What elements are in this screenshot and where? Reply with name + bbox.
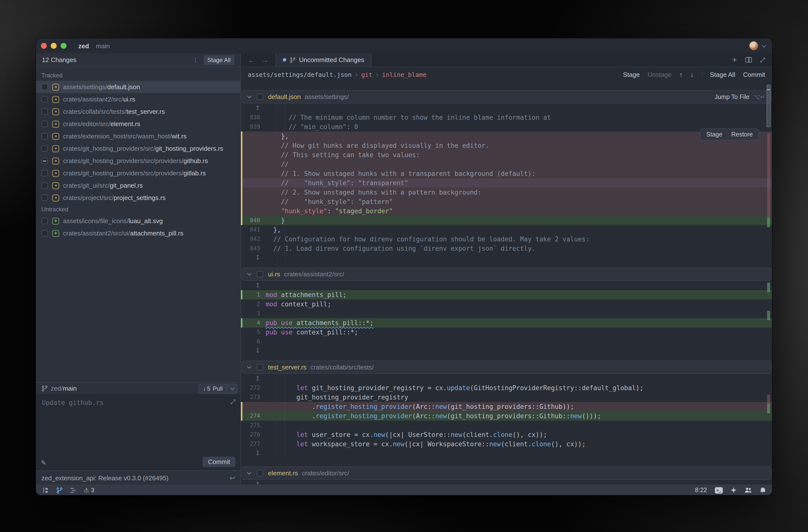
- file-checkbox[interactable]: [41, 84, 48, 90]
- diagnostics-indicator[interactable]: ⚠ 3: [84, 487, 94, 494]
- code-line[interactable]: 839 // "min_column": 0: [241, 122, 772, 131]
- chevron-down-icon[interactable]: [247, 365, 252, 369]
- code-line[interactable]: 275: [241, 421, 772, 430]
- expand-hunk-button[interactable]: ↥: [241, 104, 772, 113]
- file-row[interactable]: crates/git_hosting_providers/src/provide…: [36, 155, 240, 167]
- hunk-stage-button[interactable]: Stage: [706, 131, 722, 138]
- expand-hunk-button[interactable]: ↥: [241, 281, 772, 290]
- file-checkbox[interactable]: [257, 364, 263, 370]
- code-line[interactable]: 276 let user_store = cx.new(|cx| UserSto…: [241, 430, 772, 439]
- code-line[interactable]: 272 let git_hosting_provider_registry = …: [241, 383, 772, 392]
- code-line[interactable]: 4pub use attachments_pill::*;: [241, 318, 772, 328]
- code-line[interactable]: 840 }: [241, 216, 772, 225]
- commit-message-editor[interactable]: Update github.rs ⤢ ✎ Commit: [36, 394, 240, 471]
- file-row[interactable]: crates/assistant2/src/ui.rs: [36, 93, 240, 105]
- undo-commit-icon[interactable]: ↩: [229, 474, 235, 481]
- file-row[interactable]: +assets/icons/file_icons/luau_alt.svg: [36, 215, 240, 227]
- prev-hunk-icon[interactable]: ↑: [679, 71, 683, 78]
- diff-file-header[interactable]: test_server.rs crates/collab/src/tests/: [241, 361, 772, 374]
- branch-name[interactable]: main: [63, 385, 77, 392]
- file-row[interactable]: crates/git_hosting_providers/src/git_hos…: [36, 142, 240, 155]
- toolbar-stage-all-button[interactable]: Stage All: [710, 71, 735, 78]
- expand-hunk-button[interactable]: ↥: [241, 374, 772, 383]
- assistant-sparkle-icon[interactable]: [731, 487, 737, 493]
- file-row[interactable]: +crates/assistant2/src/ui/attachments_pi…: [36, 227, 240, 239]
- code-line[interactable]: // 1. Show unstaged hunks with a transpa…: [241, 169, 772, 178]
- more-menu-icon[interactable]: ⋮: [192, 56, 198, 63]
- diff-file-header[interactable]: default.json assets/settings/ Jump To Fi…: [241, 90, 772, 104]
- code-line[interactable]: "hunk_style": "staged_border": [241, 206, 772, 216]
- next-hunk-icon[interactable]: ↓: [691, 71, 694, 78]
- code-line[interactable]: },: [241, 131, 772, 141]
- file-row[interactable]: crates/extension_host/src/wasm_host/wit.…: [36, 130, 240, 142]
- commit-button[interactable]: Commit: [202, 457, 236, 467]
- navigate-back-icon[interactable]: ←: [248, 56, 255, 64]
- code-line[interactable]: 3: [241, 309, 772, 318]
- chevron-down-icon[interactable]: [247, 471, 252, 475]
- file-checkbox[interactable]: [41, 96, 48, 103]
- chevron-down-icon[interactable]: [247, 94, 252, 98]
- diff-editor[interactable]: default.json assets/settings/ Jump To Fi…: [241, 82, 772, 485]
- expand-commit-editor-icon[interactable]: ⤢: [230, 398, 236, 406]
- breadcrumb[interactable]: assets/settings/default.json›git›inline_…: [248, 71, 426, 78]
- code-line[interactable]: 5pub use context_pill::*;: [241, 328, 772, 337]
- file-checkbox[interactable]: [41, 108, 48, 115]
- unstage-button[interactable]: Unstage: [648, 71, 672, 78]
- code-line[interactable]: 273 git_hosting_provider_registry: [241, 392, 772, 402]
- jump-to-file-button[interactable]: Jump To File: [715, 93, 749, 100]
- git-panel-toggle-icon[interactable]: [56, 487, 62, 493]
- toolbar-commit-button[interactable]: Commit: [743, 71, 765, 78]
- file-checkbox[interactable]: [41, 145, 48, 152]
- user-avatar[interactable]: [749, 41, 758, 50]
- file-row[interactable]: crates/git_ui/src/git_panel.rs: [36, 179, 240, 191]
- expand-hunk-button[interactable]: ↥: [241, 480, 772, 485]
- diff-file-header[interactable]: ui.rs crates/assistant2/src/: [241, 268, 772, 281]
- pull-button[interactable]: ↓5Pull: [199, 384, 237, 393]
- collaboration-icon[interactable]: [745, 487, 752, 493]
- code-line[interactable]: 843 // 1. Load direnv configuration usin…: [241, 244, 772, 253]
- file-checkbox[interactable]: [41, 133, 48, 140]
- expand-hunk-button[interactable]: ↧: [241, 346, 772, 356]
- file-checkbox[interactable]: [41, 195, 48, 201]
- code-line[interactable]: 1mod attachments_pill;: [241, 290, 772, 299]
- tab-uncommitted-changes[interactable]: Uncommitted Changes: [275, 53, 371, 67]
- zoom-pane-icon[interactable]: ⤢: [760, 56, 765, 64]
- scrollbar[interactable]: [767, 84, 771, 483]
- file-row[interactable]: crates/git_hosting_providers/src/provide…: [36, 167, 240, 179]
- code-line[interactable]: // How git hunks are displayed visually …: [241, 141, 772, 150]
- chevron-down-icon[interactable]: [247, 271, 252, 276]
- file-checkbox[interactable]: [41, 182, 48, 189]
- code-line[interactable]: 6: [241, 337, 772, 346]
- code-line[interactable]: 842 // Configuration for how direnv conf…: [241, 235, 772, 244]
- code-line[interactable]: .register_hosting_provider(Arc::new(git_…: [241, 402, 772, 411]
- diff-file-header[interactable]: element.rs crates/editor/src/: [241, 466, 772, 480]
- terminal-icon[interactable]: >_: [715, 487, 723, 493]
- file-row[interactable]: crates/editor/src/element.rs: [36, 118, 240, 130]
- zoom-window-button[interactable]: [60, 43, 67, 49]
- titlebar-branch-name[interactable]: main: [96, 42, 110, 50]
- repo-name[interactable]: zed/: [51, 385, 63, 392]
- file-checkbox[interactable]: [41, 158, 48, 164]
- file-checkbox[interactable]: [257, 470, 263, 476]
- bell-icon[interactable]: [760, 487, 766, 493]
- code-line[interactable]: // 2. Show unstaged hunks with a pattern…: [241, 188, 772, 197]
- file-checkbox[interactable]: [257, 94, 263, 100]
- file-checkbox[interactable]: [41, 121, 48, 127]
- chevron-down-icon[interactable]: [762, 43, 766, 48]
- expand-hunk-button[interactable]: ↧: [241, 449, 772, 458]
- file-checkbox[interactable]: [41, 230, 48, 236]
- project-name[interactable]: zed: [78, 42, 89, 50]
- code-line[interactable]: 838 // The minimum column number to show…: [241, 113, 772, 122]
- hunk-restore-button[interactable]: Restore: [731, 131, 753, 138]
- code-line[interactable]: // This setting can take two values:: [241, 150, 772, 160]
- close-window-button[interactable]: [41, 43, 47, 49]
- code-line[interactable]: //: [241, 160, 772, 169]
- new-tab-icon[interactable]: +: [732, 56, 737, 64]
- navigate-forward-icon[interactable]: →: [262, 56, 269, 64]
- outline-panel-icon[interactable]: [70, 488, 76, 493]
- file-checkbox[interactable]: [257, 271, 263, 277]
- file-checkbox[interactable]: [41, 218, 48, 224]
- scrollbar-thumb[interactable]: [767, 85, 771, 127]
- file-row[interactable]: assets/settings/default.json: [36, 81, 240, 93]
- split-pane-icon[interactable]: [745, 57, 752, 62]
